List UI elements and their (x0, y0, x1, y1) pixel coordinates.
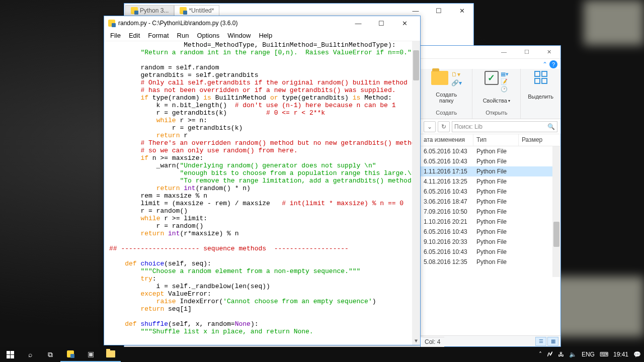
taskbar: ⌕ ⧉ ▣ ˄ 🗲 🖧 🔈 ENG ⌨ 19:41 💬 (0, 347, 644, 362)
easy-access-icon[interactable]: 🔗▾ (451, 79, 462, 86)
minimize-button[interactable]: — (347, 17, 370, 30)
table-row[interactable]: 9.10.2016 20:33Python File1 (421, 237, 560, 247)
tab-label: *Untitled* (189, 7, 214, 14)
menu-options[interactable]: Options (193, 31, 223, 40)
view-icons-button[interactable]: ▦ (547, 337, 558, 346)
search-button[interactable]: ⌕ (20, 347, 40, 362)
ribbon-footer: Создать (436, 109, 457, 117)
table-row[interactable]: 6.05.2016 10:43Python File (421, 187, 560, 197)
menu-window[interactable]: Window (223, 31, 255, 40)
search-icon: 🔍 (547, 123, 555, 130)
file-explorer-window: — ☐ ✕ ⌃ ? 🗋▾ 🔗▾ Создать папку Создать ✓ … (420, 45, 561, 347)
address-dropdown[interactable]: ⌄ (424, 121, 436, 132)
ribbon-label: Создать папку (436, 92, 457, 104)
ribbon-label: Свойства (483, 98, 507, 104)
view-details-button[interactable]: ☰ (535, 337, 546, 346)
taskbar-app-console[interactable]: ▣ (80, 347, 101, 362)
scrollbar-thumb[interactable] (413, 50, 419, 80)
start-button[interactable] (0, 347, 20, 362)
status-col-alt: Col: 4 (421, 337, 444, 347)
select-all-icon[interactable] (534, 71, 547, 84)
scrollbar-thumb[interactable] (553, 222, 559, 247)
new-item-icon[interactable]: 🗋▾ (451, 71, 462, 78)
help-icon[interactable]: ? (549, 60, 557, 68)
new-folder-icon[interactable] (431, 71, 448, 85)
table-row[interactable]: 6.05.2016 10:43Python File (421, 227, 560, 237)
table-row[interactable]: 5.08.2016 12:35Python File1 (421, 257, 560, 267)
minimize-button[interactable]: — (493, 46, 515, 58)
close-button[interactable]: ✕ (450, 4, 473, 17)
header-type[interactable]: Тип (473, 134, 519, 146)
tray-up-icon[interactable]: ˄ (539, 351, 542, 358)
open-icon[interactable]: ▦▾ (501, 71, 509, 77)
search-input[interactable]: Поиск: Lib 🔍 (452, 121, 557, 132)
column-headers[interactable]: ата изменения Тип Размер (421, 134, 560, 146)
tray-time[interactable]: 19:41 (613, 351, 628, 358)
taskbar-app-explorer[interactable] (101, 347, 121, 362)
close-button[interactable]: ✕ (538, 46, 560, 58)
tray-lang[interactable]: ENG (582, 351, 595, 358)
python-icon (180, 7, 187, 14)
table-row[interactable]: 6.05.2016 10:43Python File (421, 146, 560, 156)
python-icon (131, 7, 138, 14)
table-row[interactable]: 4.11.2016 13:25Python File1 (421, 176, 560, 187)
menu-help[interactable]: Help (255, 31, 276, 40)
tray-network-icon[interactable]: 🖧 (558, 351, 564, 358)
task-view-button[interactable]: ⧉ (40, 347, 60, 362)
close-button[interactable]: ✕ (393, 17, 416, 30)
ribbon-group-open: ✓ ▦▾ 📝 🕑 Свойства▾ Открыть (472, 69, 521, 119)
maximize-button[interactable]: ☐ (515, 46, 538, 58)
ribbon-group-select: Выделить (521, 69, 560, 119)
tray-volume-icon[interactable]: 🔈 (569, 351, 577, 358)
properties-icon[interactable]: ✓ (485, 71, 499, 85)
refresh-button[interactable]: ↻ (438, 121, 450, 132)
tray-notifications-icon[interactable]: 💬 (633, 351, 641, 358)
table-row[interactable]: 3.06.2016 18:47Python File (421, 197, 560, 207)
scroll-down-icon[interactable]: ▼ (412, 337, 420, 345)
search-placeholder: Поиск: Lib (454, 123, 482, 130)
idle-editor-window: random.py - C:\Python\Lib\random.py (3.6… (104, 16, 421, 345)
tray-keyboard-icon[interactable]: ⌨ (600, 351, 608, 358)
python-icon (108, 20, 115, 27)
history-icon[interactable]: 🕑 (501, 86, 509, 93)
tab-untitled[interactable]: *Untitled* (174, 5, 219, 16)
menu-format[interactable]: Format (144, 31, 173, 40)
table-row[interactable]: 1.11.2016 17:15Python File2 (421, 166, 560, 176)
ribbon-collapse-icon[interactable]: ⌃ (542, 61, 547, 68)
header-date[interactable]: ата изменения (421, 134, 473, 146)
table-row[interactable]: 6.05.2016 10:43Python File (421, 156, 560, 166)
file-list: 6.05.2016 10:43Python File6.05.2016 10:4… (421, 146, 560, 277)
scrollbar[interactable]: ▲ ▼ (412, 41, 420, 345)
edit-icon[interactable]: 📝 (501, 78, 509, 85)
scrollbar[interactable] (552, 146, 560, 277)
table-row[interactable]: 1.10.2016 20:21Python File (421, 217, 560, 227)
maximize-button[interactable]: ☐ (427, 4, 450, 17)
code-editor[interactable]: Method=_MethodType, BuiltinMethod=_Built… (104, 41, 420, 345)
header-size[interactable]: Размер (519, 134, 560, 146)
tray-battery-icon[interactable]: 🗲 (547, 351, 553, 358)
ribbon-label: Выделить (528, 94, 553, 100)
ribbon-footer: Открыть (486, 109, 507, 117)
menu-file[interactable]: File (106, 31, 125, 40)
taskbar-app-idle[interactable] (60, 347, 80, 362)
menu-edit[interactable]: Edit (125, 31, 144, 40)
menu-run[interactable]: Run (173, 31, 193, 40)
table-row[interactable]: 7.09.2016 10:50Python File1 (421, 207, 560, 217)
table-row[interactable]: 6.05.2016 10:43Python File (421, 247, 560, 257)
maximize-button[interactable]: ☐ (370, 17, 393, 30)
menu-bar: File Edit Format Run Options Window Help (104, 30, 420, 41)
ribbon-group-create: 🗋▾ 🔗▾ Создать папку Создать (421, 69, 472, 119)
tab-python3[interactable]: Python 3... (125, 5, 174, 16)
window-title: random.py - C:\Python\Lib\random.py (3.6… (118, 20, 237, 27)
tab-label: Python 3... (140, 7, 169, 14)
